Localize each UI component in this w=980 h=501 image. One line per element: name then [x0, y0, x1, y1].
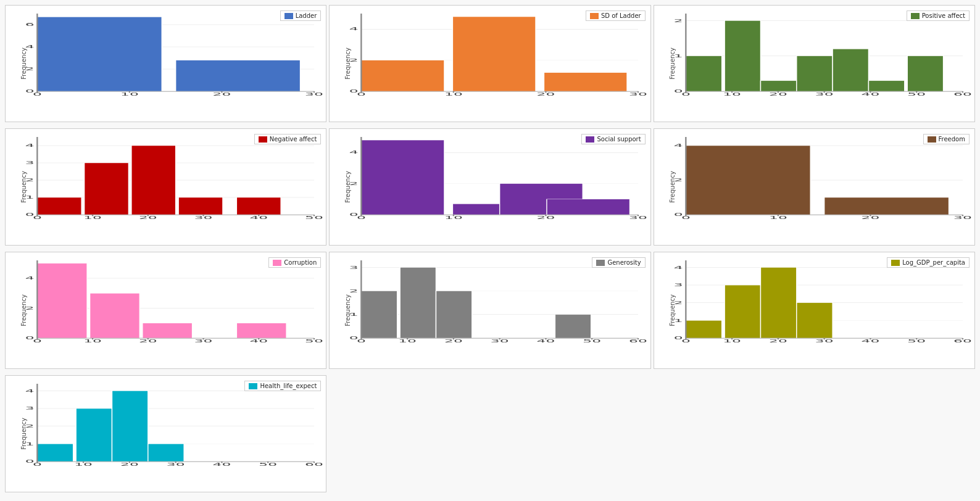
legend-sd_ladder: SD of Ladder	[586, 10, 646, 21]
svg-text:0: 0	[673, 335, 683, 341]
svg-text:0: 0	[349, 88, 359, 94]
svg-generosity: 01020304050600123	[355, 259, 644, 351]
legend-label-sd_ladder: SD of Ladder	[601, 12, 641, 19]
y-axis-label-negative_affect: Frequency	[20, 171, 27, 203]
legend-label-freedom: Freedom	[939, 136, 965, 143]
svg-social_support: 0102030024	[355, 135, 644, 228]
svg-rect-72	[178, 197, 223, 215]
legend-generosity: Generosity	[592, 257, 645, 268]
svg-text:3: 3	[25, 405, 35, 411]
svg-rect-214	[112, 391, 147, 462]
legend-color-negative_affect	[259, 136, 267, 143]
svg-negative_affect: 0102030405001234	[31, 135, 320, 228]
svg-rect-69	[37, 197, 81, 215]
svg-text:3: 3	[349, 265, 359, 270]
y-axis-label-positive_affect: Frequency	[669, 48, 676, 80]
legend-color-sd_ladder	[590, 13, 599, 19]
svg-rect-98	[547, 199, 630, 215]
chart-generosity: FrequencyGenerosity01020304050600123	[329, 252, 650, 369]
chart-social_support: FrequencySocial support0102030024	[329, 128, 650, 246]
svg-rect-157	[436, 291, 472, 338]
svg-text:4: 4	[25, 143, 35, 148]
legend-label-positive_affect: Positive affect	[922, 12, 965, 19]
chart-log_gdp: FrequencyLog_GDP_per_capita0102030405060…	[654, 252, 975, 369]
svg-text:0: 0	[25, 335, 35, 341]
legend-negative_affect: Negative affect	[254, 134, 322, 144]
svg-rect-71	[131, 146, 176, 215]
legend-label-ladder: Ladder	[296, 12, 317, 19]
chart-sd_ladder: FrequencySD of Ladder0102030024	[329, 5, 650, 122]
legend-log_gdp: Log_GDP_per_capita	[887, 257, 970, 268]
legend-label-health_life: Health_life_expect	[260, 383, 317, 389]
svg-freedom: 0102030024	[680, 135, 968, 228]
svg-rect-21	[362, 60, 445, 91]
svg-rect-114	[686, 146, 810, 215]
svg-text:4: 4	[349, 27, 359, 32]
svg-rect-158	[555, 315, 591, 338]
svg-rect-132	[90, 293, 140, 338]
svg-rect-70	[85, 163, 129, 215]
svg-text:0: 0	[673, 212, 683, 217]
chart-health_life: FrequencyHealth_life_expect0102030405060…	[5, 375, 326, 492]
legend-positive_affect: Positive affect	[907, 10, 970, 21]
svg-rect-183	[686, 320, 721, 338]
svg-rect-40	[725, 20, 760, 91]
svg-text:4: 4	[25, 388, 35, 394]
svg-rect-134	[236, 323, 286, 338]
svg-rect-23	[544, 73, 628, 91]
svg-rect-73	[236, 197, 281, 215]
svg-text:0: 0	[349, 335, 359, 341]
svg-rect-212	[37, 444, 73, 462]
y-axis-label-social_support: Frequency	[345, 171, 352, 203]
svg-rect-133	[143, 323, 193, 338]
svg-log_gdp: 010203040506001234	[680, 259, 968, 351]
svg-rect-131	[37, 263, 87, 338]
y-axis-label-log_gdp: Frequency	[669, 294, 676, 326]
legend-corruption: Corruption	[268, 257, 321, 268]
svg-rect-4	[176, 60, 301, 91]
svg-rect-44	[868, 81, 904, 91]
svg-text:0: 0	[25, 88, 35, 94]
y-axis-label-corruption: Frequency	[20, 294, 27, 326]
legend-ladder: Ladder	[280, 10, 322, 21]
legend-color-ladder	[284, 13, 293, 19]
chart-freedom: FrequencyFreedom0102030024	[654, 128, 975, 246]
svg-rect-156	[400, 267, 436, 338]
y-axis-label-sd_ladder: Frequency	[345, 48, 352, 80]
legend-color-corruption	[273, 260, 281, 266]
legend-social_support: Social support	[581, 134, 645, 144]
chart-negative_affect: FrequencyNegative affect0102030405001234	[5, 128, 326, 246]
svg-corruption: 01020304050024	[31, 259, 320, 351]
chart-positive_affect: FrequencyPositive affect0102030405060012	[654, 5, 975, 122]
svg-rect-41	[760, 81, 796, 91]
legend-color-positive_affect	[911, 13, 920, 19]
legend-label-generosity: Generosity	[607, 259, 641, 266]
svg-text:4: 4	[673, 143, 683, 148]
svg-rect-213	[76, 408, 112, 462]
chart-corruption: FrequencyCorruption01020304050024	[5, 252, 326, 369]
svg-health_life: 010203040506001234	[31, 382, 320, 474]
svg-rect-22	[453, 17, 536, 91]
svg-rect-43	[833, 49, 868, 91]
legend-color-social_support	[586, 136, 594, 143]
y-axis-label-ladder: Frequency	[20, 48, 27, 80]
legend-color-freedom	[928, 136, 936, 143]
svg-rect-39	[686, 56, 721, 91]
svg-positive_affect: 0102030405060012	[680, 12, 968, 104]
svg-rect-186	[796, 303, 832, 338]
legend-label-log_gdp: Log_GDP_per_capita	[902, 259, 965, 266]
svg-text:0: 0	[25, 212, 35, 217]
legend-label-negative_affect: Negative affect	[270, 136, 317, 143]
legend-color-generosity	[596, 260, 605, 266]
svg-rect-215	[148, 444, 184, 462]
legend-freedom: Freedom	[923, 134, 970, 144]
y-axis-label-generosity: Frequency	[345, 294, 352, 326]
svg-rect-3	[37, 17, 162, 91]
svg-text:0: 0	[25, 458, 35, 464]
svg-text:2: 2	[349, 288, 359, 294]
svg-text:4: 4	[25, 275, 35, 281]
svg-ladder: 01020300246	[31, 12, 320, 104]
svg-rect-95	[362, 140, 445, 215]
svg-text:3: 3	[673, 282, 683, 288]
svg-text:4: 4	[673, 265, 683, 270]
